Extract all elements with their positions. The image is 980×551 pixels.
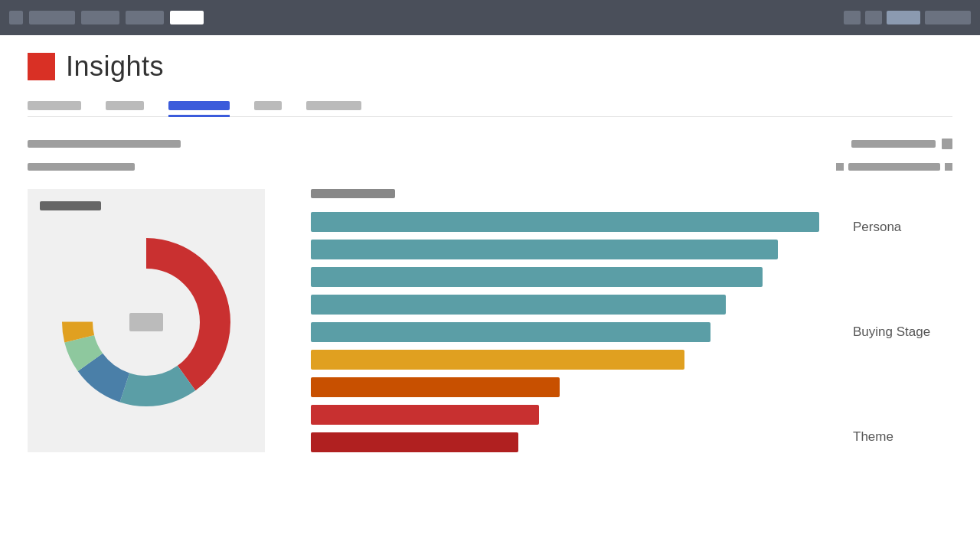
- legend-theme: Theme: [853, 429, 952, 445]
- sub-filter-sq-1: [836, 163, 844, 171]
- nav-right-icon-1[interactable]: [844, 11, 861, 24]
- tab-navigation: [28, 101, 952, 117]
- sub-filter-right: [836, 163, 952, 171]
- donut-svg-wrapper: [40, 223, 253, 422]
- insights-icon: [28, 53, 55, 80]
- sub-filter-sq-2: [945, 163, 952, 171]
- bar-persona-4: [311, 295, 726, 315]
- tab-1[interactable]: [106, 101, 144, 110]
- donut-center-label: [129, 313, 163, 331]
- nav-icon: [9, 11, 23, 24]
- nav-right-action[interactable]: [887, 11, 920, 24]
- chart-area: Persona Buying Stage Theme: [28, 189, 952, 452]
- bar-buying-stage-2: [311, 350, 684, 370]
- nav-right: [844, 11, 971, 24]
- bars-container: [311, 212, 830, 452]
- filter-bar-main[interactable]: [28, 140, 181, 148]
- sub-filter-bar[interactable]: [28, 163, 135, 171]
- donut-chart-container: [28, 189, 265, 452]
- legend-section: Persona Buying Stage Theme: [853, 212, 952, 452]
- nav-item-3[interactable]: [126, 11, 164, 24]
- filter-row: [28, 139, 952, 149]
- nav-item-2[interactable]: [81, 11, 119, 24]
- donut-svg: [47, 223, 246, 422]
- sub-filter-right-bar[interactable]: [848, 163, 940, 171]
- bar-chart-section: Persona Buying Stage Theme: [265, 189, 952, 452]
- nav-item-4-active[interactable]: [170, 11, 204, 24]
- bar-theme-3: [311, 432, 518, 452]
- chart-label-bar: [311, 189, 395, 198]
- page-title: Insights: [66, 51, 164, 83]
- bar-buying-stage-1: [311, 322, 710, 342]
- nav-right-user[interactable]: [925, 11, 971, 24]
- legend-buying-stage: Buying Stage: [853, 324, 952, 340]
- bar-theme-1: [311, 377, 560, 397]
- nav-bar: [0, 0, 980, 35]
- filter-left: [28, 140, 181, 148]
- bar-persona-3: [311, 267, 763, 287]
- filter-right-icon[interactable]: [942, 139, 952, 149]
- bar-persona-2: [311, 240, 778, 259]
- filter-right: [851, 139, 952, 149]
- bar-theme-2: [311, 405, 539, 425]
- tab-0[interactable]: [28, 101, 81, 110]
- donut-title-bar: [40, 201, 101, 210]
- legend-persona: Persona: [853, 220, 952, 235]
- tab-3[interactable]: [254, 101, 282, 110]
- bars-and-legend: Persona Buying Stage Theme: [311, 212, 952, 452]
- nav-item-1[interactable]: [29, 11, 75, 24]
- bar-persona-1: [311, 212, 819, 232]
- nav-right-icon-2[interactable]: [865, 11, 882, 24]
- tab-4[interactable]: [306, 101, 361, 110]
- filter-right-bar[interactable]: [851, 140, 936, 148]
- main-content: Insights: [0, 35, 980, 468]
- sub-filter-row: [28, 163, 952, 171]
- page-title-row: Insights: [28, 51, 952, 83]
- tab-2-active[interactable]: [168, 101, 230, 110]
